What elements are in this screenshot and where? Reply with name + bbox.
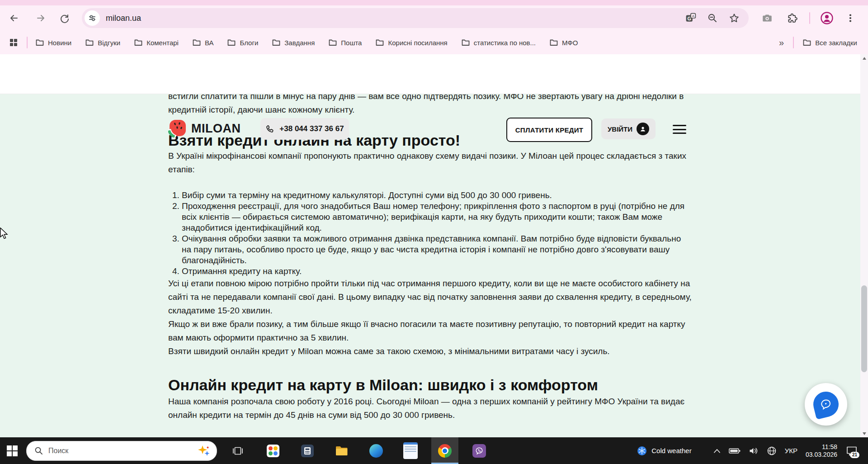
app-button-file-explorer[interactable] xyxy=(328,437,355,464)
profile-button[interactable] xyxy=(819,10,835,26)
folder-icon xyxy=(227,39,236,46)
bookmarks-right: » Все закладки xyxy=(779,37,868,48)
start-button[interactable] xyxy=(0,437,24,464)
battery-icon[interactable] xyxy=(729,446,741,456)
chrome-browser-icon xyxy=(438,444,452,458)
windows-logo-icon xyxy=(7,445,18,456)
bookmark-folder-blohy[interactable]: Блоги xyxy=(227,39,258,47)
three-dots-icon xyxy=(845,13,855,23)
browser-chrome: miloan.ua G A xyxy=(0,0,868,54)
bookmark-folders: Новини Відгуки Коментарі ВА Блоги Завдан… xyxy=(36,39,578,47)
toolbar-right xyxy=(760,10,858,26)
app-button-notepad[interactable] xyxy=(397,437,424,464)
watermelon-logo-icon xyxy=(168,119,186,137)
extensions-button[interactable] xyxy=(785,10,800,26)
scrollbar-down-button[interactable] xyxy=(860,430,868,437)
translate-icon[interactable]: G A xyxy=(685,13,696,24)
article: встигли сплатити та пішли в мінус на пар… xyxy=(168,90,692,422)
screenshot-button[interactable] xyxy=(760,10,775,26)
edge-browser-icon xyxy=(369,444,383,458)
clock-date: 03.03.2026 xyxy=(806,451,837,459)
forward-button[interactable] xyxy=(33,10,48,26)
site-header: MILOAN +38 044 337 36 67 СПЛАТИТИ КРЕДИТ… xyxy=(0,54,868,94)
address-bar[interactable]: miloan.ua G A xyxy=(82,8,749,28)
side-panel-apps-button[interactable] xyxy=(9,38,19,47)
tray-chevron-up-icon[interactable] xyxy=(713,449,721,453)
bookmark-folder-poshta[interactable]: Пошта xyxy=(329,39,362,47)
bookmarks-bar: Новини Відгуки Коментарі ВА Блоги Завдан… xyxy=(0,31,868,55)
page-body: встигли сплатити та пішли в мінус на пар… xyxy=(0,94,868,464)
hamburger-bar xyxy=(673,133,686,134)
app-button-photos[interactable] xyxy=(259,437,287,464)
bookmark-star-icon[interactable] xyxy=(729,13,740,24)
language-indicator[interactable]: УКР xyxy=(785,447,797,455)
list-item: Очікування обробки заявки та можливого о… xyxy=(182,233,692,266)
weather-label: Cold weather xyxy=(651,447,691,455)
bookmarks-divider-right xyxy=(793,37,794,48)
scrollbar-up-button[interactable] xyxy=(860,54,868,62)
hamburger-bar xyxy=(673,129,686,130)
paragraph-company-line1: Наша компанія розпочала свою роботу у 20… xyxy=(168,397,659,406)
tune-icon xyxy=(88,14,96,22)
bookmark-folder-mfo[interactable]: МФО xyxy=(550,39,578,47)
app-button-viber[interactable] xyxy=(466,437,493,464)
back-button[interactable] xyxy=(6,10,22,26)
notification-count-badge: 21 xyxy=(850,452,859,458)
network-icon[interactable] xyxy=(767,446,777,456)
app-button-chrome-active[interactable] xyxy=(431,437,458,464)
app-button-calculator[interactable] xyxy=(294,437,321,464)
forward-icon xyxy=(35,13,46,24)
chat-widget-button[interactable] xyxy=(805,383,847,426)
task-view-button[interactable] xyxy=(228,437,248,464)
action-center-button[interactable]: 21 xyxy=(845,445,858,457)
phone-button[interactable]: +38 044 337 36 67 xyxy=(260,118,349,140)
site-logo[interactable]: MILOAN xyxy=(168,119,241,137)
taskbar-clock[interactable]: 11:58 03.03.2026 xyxy=(806,443,837,459)
taskbar-search-box[interactable]: Поиск xyxy=(26,441,217,461)
bookmark-folder-novyny[interactable]: Новини xyxy=(36,39,71,47)
reload-button[interactable] xyxy=(57,10,72,26)
weather-icon xyxy=(637,445,647,456)
bookmarks-overflow-button[interactable]: » xyxy=(779,38,784,47)
folder-icon xyxy=(272,39,280,46)
phone-number: +38 044 337 36 67 xyxy=(279,124,344,133)
menu-button[interactable] xyxy=(843,10,858,26)
weather-widget[interactable]: Cold weather xyxy=(637,445,691,456)
bookmark-folder-komentari[interactable]: Коментарі xyxy=(134,39,179,47)
paragraph-scheme: Взяти швидкий онлайн кредит у Miloan мож… xyxy=(168,345,692,358)
all-bookmarks-button[interactable]: Все закладки xyxy=(803,39,857,47)
folder-icon xyxy=(36,39,44,46)
pay-credit-button[interactable]: СПЛАТИТИ КРЕДИТ xyxy=(506,118,592,142)
chat-bubble-icon xyxy=(811,389,841,420)
paragraph-all-stages: Усі ці етапи повною мірою потрібно пройт… xyxy=(168,277,692,317)
menu-hamburger-button[interactable] xyxy=(673,125,686,134)
vertical-scrollbar[interactable] xyxy=(860,54,868,437)
photos-app-icon xyxy=(267,445,279,457)
clock-time: 11:58 xyxy=(806,443,837,451)
bookmark-label: ВА xyxy=(205,39,214,47)
bookmark-folder-va[interactable]: ВА xyxy=(193,39,214,47)
app-button-edge[interactable] xyxy=(363,437,390,464)
bookmark-folder-vidhuky[interactable]: Відгуки xyxy=(85,39,120,47)
loan-steps-list: Вибір суми та терміну на кредитному каль… xyxy=(168,190,692,277)
folder-icon xyxy=(193,39,201,46)
volume-icon[interactable] xyxy=(749,446,759,455)
bookmark-label: статистика по нов... xyxy=(474,39,536,47)
list-item: Вибір суми та терміну на кредитному каль… xyxy=(182,190,692,201)
hamburger-bar xyxy=(673,125,686,126)
zoom-out-icon[interactable] xyxy=(707,13,718,24)
bookmark-folder-korysni[interactable]: Корисні посилання xyxy=(376,39,447,47)
bookmark-label: Новини xyxy=(48,39,71,47)
folder-icon xyxy=(329,39,337,46)
scrollbar-thumb[interactable] xyxy=(861,285,867,372)
login-button[interactable]: УВІЙТИ xyxy=(601,118,656,139)
bookmark-folder-zavdannia[interactable]: Завдання xyxy=(272,39,315,47)
window-top-strip xyxy=(0,0,868,5)
folder-icon xyxy=(376,39,384,46)
browser-toolbar: miloan.ua G A xyxy=(0,5,868,31)
site-info-chip[interactable] xyxy=(85,10,100,26)
list-item: Проходження реєстрації, для чого знадоби… xyxy=(182,201,692,233)
bookmark-folder-statystyka[interactable]: статистика по нов... xyxy=(462,39,536,47)
file-explorer-icon xyxy=(335,445,349,457)
url-text[interactable]: miloan.ua xyxy=(106,14,685,23)
